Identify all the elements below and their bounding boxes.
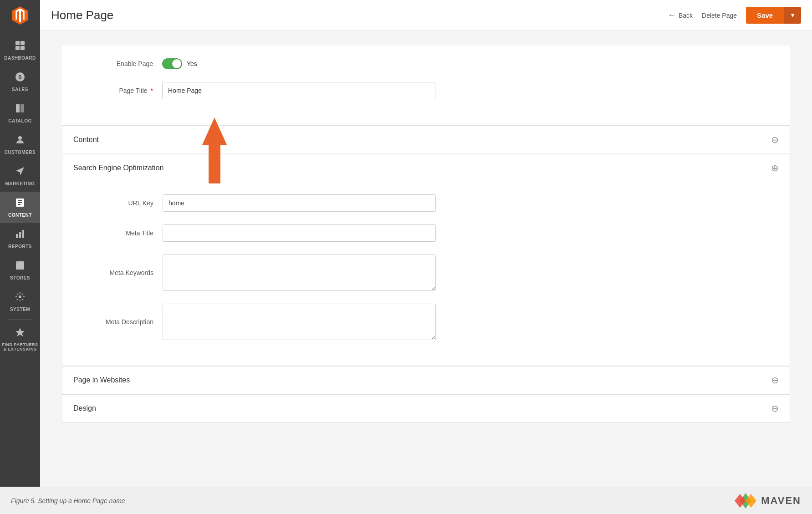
svg-rect-2 [20, 41, 25, 45]
design-section-panel: Design ⊖ [62, 394, 790, 422]
panels-wrapper: Content ⊖ Search Engine Optimization ⊕ [62, 125, 790, 423]
svg-marker-20 [15, 328, 25, 336]
svg-point-9 [18, 136, 22, 140]
top-form-area: Enable Page Yes Page Title * [62, 46, 790, 125]
content-icon [15, 197, 26, 211]
sidebar-item-partners-label: FIND PARTNERS & EXTENSIONS [2, 342, 38, 351]
svg-rect-7 [16, 104, 20, 112]
content-section-title: Content [73, 136, 99, 144]
catalog-icon [15, 103, 26, 117]
design-section-title: Design [73, 404, 96, 412]
maven-text: MAVEN [761, 495, 801, 507]
content-collapse-icon: ⊖ [771, 134, 779, 145]
sidebar-item-catalog-label: CATALOG [8, 118, 31, 123]
sidebar: DASHBOARD $ SALES CATALOG CUSTOMERS [0, 31, 40, 487]
reports-icon [15, 229, 26, 242]
marketing-icon [15, 166, 26, 179]
caption-text: Figure 5. Setting up a Home Page name [11, 497, 125, 504]
partners-icon [15, 327, 26, 341]
svg-rect-4 [20, 46, 25, 50]
seo-section-header[interactable]: Search Engine Optimization ⊕ [62, 154, 790, 182]
toggle-knob [172, 59, 181, 68]
meta-description-label: Meta Description [62, 318, 163, 326]
back-button[interactable]: ← Back [668, 10, 693, 20]
main-layout: DASHBOARD $ SALES CATALOG CUSTOMERS [0, 31, 812, 487]
meta-keywords-input[interactable] [163, 254, 436, 291]
maven-diamonds-icon [734, 492, 757, 509]
sidebar-item-system[interactable]: SYSTEM [0, 286, 40, 317]
seo-section-body: URL Key Meta Title Meta Keywords [62, 182, 790, 366]
websites-section-header[interactable]: Page in Websites ⊖ [62, 366, 790, 394]
page-content-wrapper: Enable Page Yes Page Title * [62, 46, 790, 423]
header-right: ← Back Delete Page Save ▼ [668, 7, 801, 24]
sidebar-item-stores-label: STORES [10, 275, 30, 280]
sidebar-item-dashboard-label: DASHBOARD [4, 56, 36, 61]
chevron-down-icon: ▼ [790, 12, 796, 19]
sidebar-divider [8, 319, 32, 320]
sidebar-item-reports-label: REPORTS [8, 244, 32, 249]
sales-icon: $ [15, 71, 26, 85]
websites-section-title: Page in Websites [73, 376, 130, 384]
dashboard-icon [15, 40, 26, 54]
toggle-group: Yes [162, 58, 197, 69]
svg-rect-1 [15, 41, 20, 45]
sidebar-item-marketing[interactable]: MARKETING [0, 160, 40, 192]
seo-collapse-icon: ⊕ [771, 163, 779, 173]
url-key-row: URL Key [62, 194, 790, 212]
top-header: Home Page ← Back Delete Page Save ▼ [0, 0, 812, 31]
meta-keywords-row: Meta Keywords [62, 254, 790, 291]
save-button-group: Save ▼ [746, 7, 801, 24]
stores-icon [15, 260, 26, 274]
required-indicator: * [151, 87, 153, 94]
design-section-header[interactable]: Design ⊖ [62, 395, 790, 422]
seo-section-panel: Search Engine Optimization ⊕ URL Key Met… [62, 154, 790, 366]
sidebar-item-system-label: SYSTEM [10, 307, 30, 312]
meta-title-input[interactable] [163, 224, 436, 242]
enable-page-label: Enable Page [62, 60, 162, 67]
sidebar-item-dashboard[interactable]: DASHBOARD [0, 35, 40, 66]
enable-page-toggle[interactable] [162, 58, 182, 69]
content-area: Enable Page Yes Page Title * [40, 31, 812, 487]
meta-keywords-label: Meta Keywords [62, 269, 163, 276]
customers-icon [15, 134, 26, 148]
svg-point-19 [19, 295, 21, 298]
delete-page-button[interactable]: Delete Page [702, 12, 737, 19]
sidebar-item-marketing-label: MARKETING [5, 181, 35, 186]
save-button[interactable]: Save [746, 7, 784, 24]
logo-area [0, 0, 40, 31]
meta-description-input[interactable] [163, 304, 436, 340]
save-dropdown-button[interactable]: ▼ [784, 7, 801, 24]
design-collapse-icon: ⊖ [771, 403, 779, 414]
websites-collapse-icon: ⊖ [771, 375, 779, 386]
svg-rect-15 [19, 232, 21, 238]
meta-title-label: Meta Title [62, 229, 163, 237]
content-section-header[interactable]: Content ⊖ [62, 126, 790, 154]
page-title-input[interactable] [162, 82, 435, 99]
magento-logo [10, 5, 30, 25]
svg-rect-8 [20, 104, 24, 112]
svg-text:$: $ [18, 74, 22, 81]
sidebar-item-sales[interactable]: $ SALES [0, 66, 40, 97]
bottom-bar: Figure 5. Setting up a Home Page name MA… [0, 487, 812, 514]
svg-rect-14 [16, 234, 18, 238]
page-title-label: Page Title * [62, 87, 162, 94]
sidebar-item-partners[interactable]: FIND PARTNERS & EXTENSIONS [0, 321, 40, 357]
sidebar-item-stores[interactable]: STORES [0, 254, 40, 286]
page-title: Home Page [51, 8, 113, 22]
sidebar-item-sales-label: SALES [12, 87, 28, 92]
page-title-row: Page Title * [62, 82, 790, 99]
header-left: Home Page [0, 0, 113, 31]
system-icon [15, 291, 26, 305]
url-key-label: URL Key [62, 199, 163, 207]
sidebar-item-content[interactable]: CONTENT [0, 192, 40, 223]
svg-rect-18 [19, 266, 21, 270]
sidebar-item-reports[interactable]: REPORTS [0, 223, 40, 254]
toggle-state-label: Yes [187, 60, 197, 67]
content-section-panel: Content ⊖ [62, 126, 790, 154]
url-key-input[interactable] [163, 194, 436, 212]
maven-logo: MAVEN [734, 492, 801, 509]
sidebar-item-content-label: CONTENT [8, 213, 32, 218]
sidebar-item-customers[interactable]: CUSTOMERS [0, 129, 40, 160]
sidebar-item-catalog[interactable]: CATALOG [0, 97, 40, 129]
websites-section-panel: Page in Websites ⊖ [62, 366, 790, 394]
